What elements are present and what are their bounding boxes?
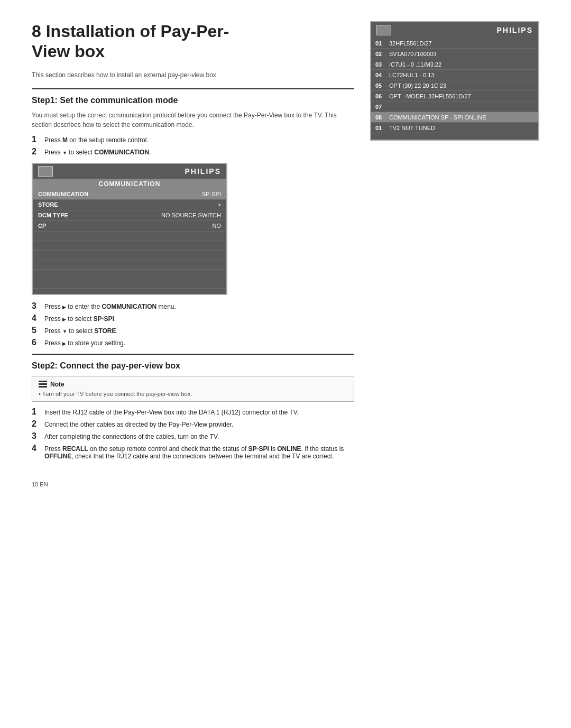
section-divider [32, 88, 354, 89]
note-text: • Turn off your TV before you connect th… [39, 391, 347, 397]
list-item: 3 After completing the connections of th… [32, 431, 354, 441]
note-label: Note [50, 381, 65, 388]
tv-row-right-05: 05 OPT (30) 22 20 1C 23 [371, 80, 538, 91]
tv-row-empty-6 [33, 279, 226, 289]
tv-logo: PHILIPS [185, 167, 221, 176]
list-item: 4 Press to select SP-SPI. [32, 314, 354, 323]
section-divider-2 [32, 354, 354, 355]
tv-screen-right: PHILIPS 01 32HFL5561D/27 02 SV1A07071000… [370, 21, 539, 141]
tv-row-right-07: 07 [371, 102, 538, 112]
note-box: Note • Turn off your TV before you conne… [32, 376, 354, 402]
list-item: 1 Insert the RJ12 cable of the Pay-Per-V… [32, 407, 354, 417]
tv-screen-header: PHILIPS [33, 164, 226, 179]
tv-row-right-06: 06 OPT - MODEL 32HFL5561D/27 [371, 91, 538, 102]
tv-row-right-03: 03 IC7U1 - 0 .11/M3.22 [371, 59, 538, 70]
list-item: 4 Press RECALL on the setup remote contr… [32, 444, 354, 460]
tv-row-cp: CP NO [33, 221, 226, 232]
tv-row-right-01b: 01 TV2 NOT TUNED [371, 123, 538, 133]
tv-icon-right [376, 25, 391, 35]
step2-title: Step2: Connect the pay-per-view box [32, 361, 354, 371]
tv-row-empty-5 [33, 270, 226, 279]
right-column: PHILIPS 01 32HFL5561D/27 02 SV1A07071000… [370, 21, 539, 141]
list-item: 2 Connect the other cables as directed b… [32, 419, 354, 429]
list-item: 2 Press to select COMMUNICATION. [32, 147, 354, 156]
step1-desc: You must setup the correct communication… [32, 110, 354, 130]
tv-screen-right-header: PHILIPS [371, 22, 538, 38]
list-item: 6 Press to store your setting. [32, 338, 354, 347]
step1-title: Step1: Set the communication mode [32, 96, 354, 105]
step2-list: 1 Insert the RJ12 cable of the Pay-Per-V… [32, 407, 354, 460]
tv-row-right-02: 02 SV1A0707100003 [371, 49, 538, 59]
note-icon [39, 381, 47, 388]
tv-row-empty-4 [33, 260, 226, 270]
tv-row-dcm: DCM TYPE NO SOURCE SWITCH [33, 210, 226, 221]
step1-list-before: 1 Press M on the setup remote control. 2… [32, 135, 354, 156]
tv-row-store: STORE > [33, 200, 226, 210]
note-header: Note [39, 381, 347, 388]
step1-list-after: 3 Press to enter the COMMUNICATION menu.… [32, 301, 354, 347]
tv-screen-title: COMMUNICATION [33, 179, 226, 189]
tv-row-right-08: 08 COMMUNICATION SP - SPI ONLINE [371, 112, 538, 123]
list-item: 1 Press M on the setup remote control. [32, 135, 354, 144]
tv-row-empty-3 [33, 251, 226, 260]
tv-logo-right: PHILIPS [497, 26, 533, 34]
page-layout: 8 Installation of Pay-Per-View box This … [32, 21, 539, 487]
left-column: 8 Installation of Pay-Per-View box This … [32, 21, 354, 487]
tv-row-right-empty [371, 133, 538, 140]
tv-row-right-04: 04 LC72HUL1 - 0.13 [371, 70, 538, 80]
section-intro: This section describes how to install an… [32, 71, 354, 79]
chapter-title: 8 Installation of Pay-Per-View box [32, 21, 354, 62]
tv-row-right-01: 01 32HFL5561D/27 [371, 38, 538, 49]
tv-screen-bottom [33, 289, 226, 294]
tv-row-empty-2 [33, 241, 226, 251]
page-number: 10 EN [32, 481, 354, 487]
tv-screen-communication: PHILIPS COMMUNICATION COMMUNICATION SP-S… [32, 163, 227, 295]
tv-row-communication: COMMUNICATION SP-SPI [33, 189, 226, 200]
list-item: 3 Press to enter the COMMUNICATION menu. [32, 301, 354, 311]
list-item: 5 Press to select STORE. [32, 326, 354, 335]
tv-row-empty-1 [33, 232, 226, 241]
tv-icon [38, 166, 53, 177]
